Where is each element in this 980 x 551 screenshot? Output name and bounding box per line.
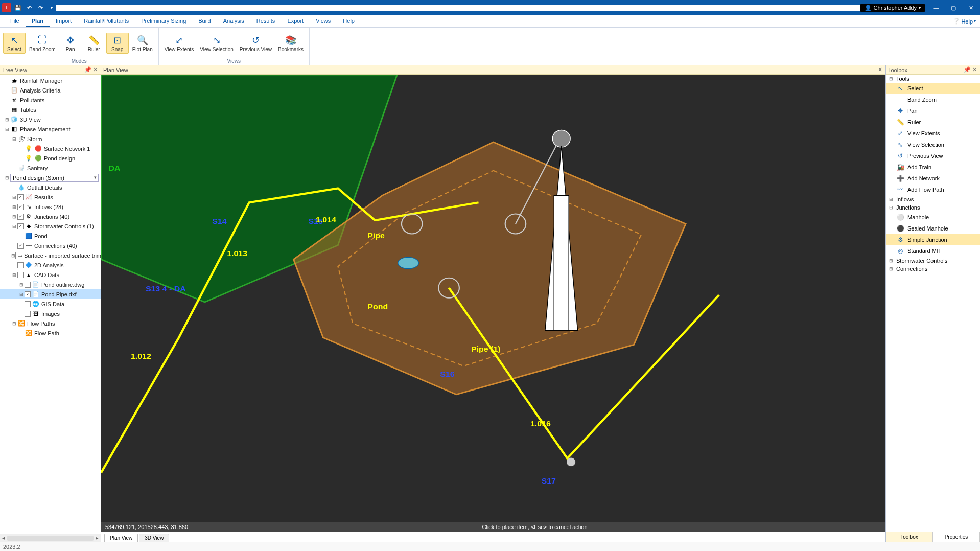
tree-node[interactable]: 🔀Flow Path (0, 328, 101, 338)
tree-twist-icon[interactable]: ⊟ (11, 136, 17, 142)
minimize-button[interactable]: — (929, 3, 943, 13)
menu-views[interactable]: Views (310, 16, 337, 27)
tree-node[interactable]: 🟦Pond (0, 231, 101, 241)
tree-checkbox[interactable]: ✓ (17, 204, 24, 210)
ribbon-select-button[interactable]: ↖Select (3, 33, 26, 54)
tree-node[interactable]: ⊟Pond design (Storm) (0, 173, 101, 182)
menu-analysis[interactable]: Analysis (217, 16, 250, 27)
tree-node[interactable]: 🌧Rainfall Manager (0, 76, 101, 85)
tree-node[interactable]: 💡🟢Pond design (0, 153, 101, 163)
toolbox-tab-properties[interactable]: Properties (933, 532, 980, 542)
tree-horizontal-scrollbar[interactable]: ◂ ▸ (0, 534, 101, 542)
menu-plan[interactable]: Plan (26, 16, 50, 27)
tree-node[interactable]: ⊞▭Surface - imported surface trimmed (0, 250, 101, 260)
ribbon-pan-button[interactable]: ✥Pan (59, 33, 82, 54)
tree-twist-icon[interactable]: ⊞ (4, 117, 10, 122)
ribbon-previous-view-button[interactable]: ↺Previous View (237, 33, 274, 54)
close-icon[interactable]: ✕ (971, 66, 978, 74)
tree-node[interactable]: ⊞✓⚙Junctions (40) (0, 212, 101, 221)
tree-checkbox[interactable]: ✓ (17, 194, 24, 200)
pin-icon[interactable]: 📌 (964, 66, 971, 74)
tree-node[interactable]: 🔷2D Analysis (0, 260, 101, 270)
toolbox-category-tools[interactable]: ⊟Tools (886, 75, 980, 83)
toolbox-tab-toolbox[interactable]: Toolbox (886, 532, 933, 542)
scroll-right-icon[interactable]: ▸ (94, 535, 101, 541)
tree-node[interactable]: ⊞📄Pond outline.dwg (0, 280, 101, 289)
toolbox-item-select[interactable]: ↖Select (886, 83, 980, 94)
help-link[interactable]: ❔ Help ▾ (953, 18, 976, 25)
close-button[interactable]: ✕ (964, 3, 978, 13)
toolbox-item-view-selection[interactable]: ⤡View Selection (886, 139, 980, 150)
tree-twist-icon[interactable]: ⊟ (11, 321, 17, 326)
tree-node[interactable]: ☣Pollutants (0, 95, 101, 105)
undo-icon[interactable]: ↶ (25, 3, 34, 12)
ribbon-plot-plan-button[interactable]: 🔍Plot Plan (130, 33, 155, 54)
toolbox-item-previous-view[interactable]: ↺Previous View (886, 150, 980, 162)
tree-node[interactable]: 💡🛑Surface Network 1 (0, 144, 101, 153)
toolbox-category-stormwater-controls[interactable]: ⊞Stormwater Controls (886, 257, 980, 265)
menu-help[interactable]: Help (337, 16, 361, 27)
toolbox-item-ruler[interactable]: 📏Ruler (886, 117, 980, 128)
tree-node[interactable]: ✓〰Connections (40) (0, 241, 101, 250)
tree-twist-icon[interactable]: ⊟ (11, 224, 17, 229)
menu-preliminarysizing[interactable]: Preliminary Sizing (135, 16, 192, 27)
tree-twist-icon[interactable]: ⊟ (4, 127, 10, 132)
junction-node[interactable] (567, 457, 575, 466)
tree-checkbox[interactable] (17, 262, 24, 268)
menu-file[interactable]: File (4, 16, 26, 27)
tree-node[interactable]: ⊞🧊3D View (0, 114, 101, 124)
ribbon-band-zoom-button[interactable]: ⛶Band Zoom (27, 33, 58, 54)
toolbox-item-manhole[interactable]: ⚪Manhole (886, 212, 980, 223)
tree-node[interactable]: ⊟◧Phase Management (0, 124, 101, 134)
tree-checkbox[interactable] (25, 311, 31, 317)
tree-twist-icon[interactable]: ⊞ (11, 204, 17, 210)
maximize-button[interactable]: ▢ (946, 3, 961, 13)
qat-dropdown-icon[interactable]: ▾ (47, 3, 56, 12)
toolbox-item-sealed-manhole[interactable]: ⚫Sealed Manhole (886, 223, 980, 234)
toolbox-category-junctions[interactable]: ⊟Junctions (886, 203, 980, 212)
toolbox-item-add-flow-path[interactable]: 〰Add Flow Path (886, 184, 980, 195)
tree-twist-icon[interactable]: ⊞ (18, 282, 25, 287)
toolbox-item-band-zoom[interactable]: ⛶Band Zoom (886, 94, 980, 105)
tree-node[interactable]: ⊟✓◆Stormwater Controls (1) (0, 221, 101, 231)
tree-twist-icon[interactable]: ⊟ (11, 272, 17, 278)
toolbox-category-connections[interactable]: ⊞Connections (886, 265, 980, 273)
scroll-left-icon[interactable]: ◂ (0, 535, 7, 541)
menu-build[interactable]: Build (192, 16, 217, 27)
tree-checkbox[interactable] (25, 301, 31, 307)
save-icon[interactable]: 💾 (13, 3, 22, 12)
phase-selector-dropdown[interactable]: Pond design (Storm) (10, 174, 99, 182)
tree-node[interactable]: ⊞✓↘Inflows (28) (0, 202, 101, 212)
tree-node[interactable]: ⊟⛈Storm (0, 134, 101, 144)
tree-node[interactable]: 📋Analysis Criteria (0, 85, 101, 95)
tree-twist-icon[interactable]: ⊞ (11, 253, 15, 258)
tree-node[interactable]: ⊟▲CAD Data (0, 270, 101, 280)
toolbox-item-simple-junction[interactable]: ⚙Simple Junction (886, 234, 980, 245)
toolbox-body[interactable]: ⊟Tools↖Select⛶Band Zoom✥Pan📏Ruler⤢View E… (886, 75, 980, 532)
tree-view-body[interactable]: 🌧Rainfall Manager📋Analysis Criteria☣Poll… (0, 75, 101, 534)
tree-checkbox[interactable]: ✓ (17, 214, 24, 220)
menu-rainfallpollutants[interactable]: Rainfall/Pollutants (78, 16, 135, 27)
tree-node[interactable]: ▦Tables (0, 105, 101, 114)
tree-node[interactable]: 🚽Sanitary (0, 163, 101, 173)
tree-checkbox[interactable]: ✓ (17, 223, 24, 229)
toolbox-item-view-extents[interactable]: ⤢View Extents (886, 128, 980, 139)
ribbon-ruler-button[interactable]: 📏Ruler (83, 33, 105, 54)
tree-checkbox[interactable]: ✓ (17, 243, 24, 249)
close-icon[interactable]: ✕ (91, 66, 99, 74)
toolbox-item-add-train[interactable]: 🚂Add Train (886, 162, 980, 173)
toolbox-item-add-network[interactable]: ➕Add Network (886, 173, 980, 184)
toolbox-item-standard-mh[interactable]: ◎Standard MH (886, 245, 980, 257)
tree-node[interactable]: ⊟🔀Flow Paths (0, 318, 101, 328)
tree-twist-icon[interactable]: ⊞ (11, 195, 17, 200)
toolbox-item-pan[interactable]: ✥Pan (886, 105, 980, 117)
menu-import[interactable]: Import (50, 16, 78, 27)
user-menu[interactable]: 👤 Christopher Addy ▾ (860, 4, 925, 12)
close-icon[interactable]: ✕ (876, 66, 883, 74)
ribbon-bookmarks-button[interactable]: 📚Bookmarks (275, 33, 306, 54)
tree-node[interactable]: 🖼Images (0, 309, 101, 318)
tree-twist-icon[interactable]: ⊟ (4, 175, 10, 180)
plan-view-canvas[interactable]: DA S14 S15 1.014 Pipe 1.013 S13 4 - DA 1… (101, 75, 885, 522)
view-tab-3d-view[interactable]: 3D View (139, 534, 169, 542)
redo-icon[interactable]: ↷ (36, 3, 45, 12)
